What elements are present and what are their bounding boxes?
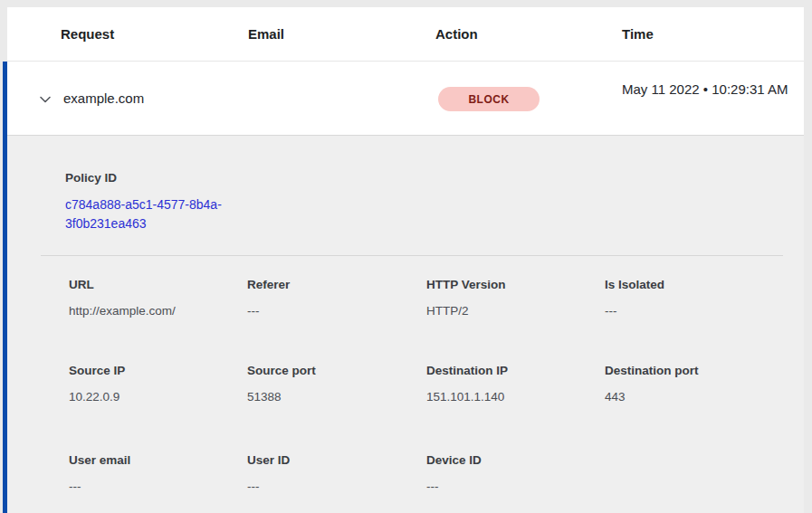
column-header-email: Email (248, 26, 435, 42)
policy-id-link[interactable]: c784a888-a5c1-4577-8b4a-3f0b231ea463 (65, 195, 246, 233)
detail-field (605, 453, 804, 494)
request-domain: example.com (63, 90, 144, 106)
log-row[interactable]: example.com BLOCK May 11 2022 • 10:29:31… (7, 62, 804, 136)
detail-field-label: URL (69, 278, 247, 292)
detail-field-label: Source IP (69, 364, 247, 378)
column-header-request: Request (61, 26, 248, 42)
detail-fields-row: Source IP 10.22.0.9 Source port 51388 De… (69, 364, 804, 404)
detail-field-value: --- (247, 480, 426, 494)
log-table-card: Request Email Action Time example.com BL… (7, 7, 804, 513)
detail-field: HTTP Version HTTP/2 (426, 278, 605, 318)
table-header: Request Email Action Time (7, 7, 804, 62)
detail-field-value: --- (605, 304, 804, 318)
detail-field-label: Is Isolated (605, 278, 804, 292)
detail-field: Destination port 443 (605, 364, 804, 404)
detail-fields-row: URL http://example.com/ Referer --- HTTP… (69, 278, 804, 318)
detail-field-value: --- (69, 480, 247, 494)
detail-field-label: Referer (247, 278, 426, 292)
chevron-down-icon[interactable] (37, 91, 53, 107)
detail-field-label: Destination port (605, 364, 804, 378)
detail-field-label: HTTP Version (426, 278, 605, 292)
section-divider (41, 255, 783, 256)
policy-id-label: Policy ID (65, 171, 117, 185)
column-header-action: Action (435, 26, 622, 42)
row-time: May 11 2022 • 10:29:31 AM (622, 79, 796, 100)
detail-field-value: --- (426, 480, 605, 494)
detail-field-value: 51388 (247, 390, 426, 404)
detail-field-value: HTTP/2 (426, 304, 605, 318)
detail-fields-row: User email --- User ID --- Device ID --- (69, 453, 804, 494)
detail-field: Is Isolated --- (605, 278, 804, 318)
detail-field-value: 10.22.0.9 (69, 390, 247, 404)
detail-field: Device ID --- (426, 453, 605, 494)
detail-field: Source port 51388 (247, 364, 426, 404)
detail-field: User ID --- (247, 453, 426, 494)
detail-field-value: http://example.com/ (69, 304, 247, 318)
detail-field-value: --- (247, 304, 426, 318)
row-details-panel: Policy ID c784a888-a5c1-4577-8b4a-3f0b23… (7, 136, 804, 513)
detail-field: Source IP 10.22.0.9 (69, 364, 247, 404)
detail-field-label: Source port (247, 364, 426, 378)
detail-field-label: Destination IP (426, 364, 605, 378)
detail-field: URL http://example.com/ (69, 278, 247, 318)
detail-field-label: User ID (247, 453, 426, 468)
detail-field-value: 151.101.1.140 (426, 390, 605, 404)
detail-field: Referer --- (247, 278, 426, 318)
column-header-time: Time (622, 26, 804, 42)
detail-field-label: User email (69, 453, 247, 468)
detail-field: User email --- (69, 453, 247, 494)
detail-field-value: 443 (605, 390, 804, 404)
detail-field-label: Device ID (426, 453, 605, 468)
action-badge-block: BLOCK (438, 87, 540, 111)
detail-field: Destination IP 151.101.1.140 (426, 364, 605, 404)
